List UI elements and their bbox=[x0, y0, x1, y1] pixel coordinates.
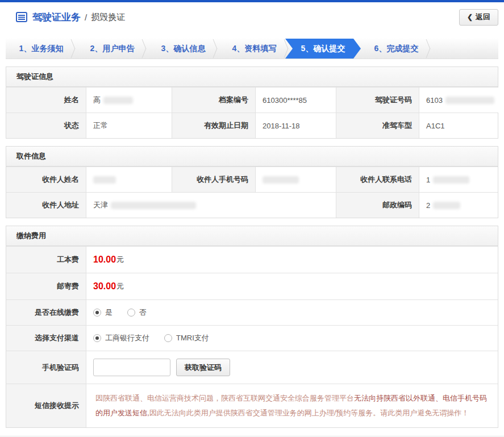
step-bar-filler bbox=[432, 39, 498, 59]
sms-code-input[interactable] bbox=[93, 359, 170, 376]
radio-icon bbox=[93, 309, 101, 317]
status-value: 正常 bbox=[86, 113, 172, 138]
online-pay-options: 是 否 bbox=[86, 300, 498, 325]
radio-label: TMRI支付 bbox=[176, 333, 209, 343]
step-4-fill-data: 4、资料填写 bbox=[219, 39, 290, 59]
page-title: 驾驶证业务 bbox=[32, 11, 81, 24]
recipient-address-value: 天津 bbox=[86, 193, 336, 218]
pickup-info-panel: 取件信息 收件人姓名 收件人手机号码 收件人联系电话 1 收件人地址 天津 邮政… bbox=[6, 146, 498, 218]
table-row: 收件人姓名 收件人手机号码 收件人联系电话 1 bbox=[6, 167, 498, 192]
license-no-value: 6103 bbox=[419, 88, 501, 113]
redacted-text bbox=[93, 176, 116, 184]
table-row: 手机验证码 获取验证码 bbox=[6, 351, 498, 384]
table-row: 姓名 高 档案编号 610300****85 驾驶证号码 6103 bbox=[6, 87, 498, 113]
radio-channel-tmri[interactable]: TMRI支付 bbox=[164, 333, 209, 343]
mail-fee-value: 30.00 元 bbox=[86, 273, 498, 299]
license-no-label: 驾驶证号码 bbox=[336, 88, 419, 113]
radio-label: 是 bbox=[105, 307, 113, 318]
chevron-left-icon: ❮ bbox=[467, 13, 473, 21]
radio-label: 工商银行支付 bbox=[105, 333, 149, 343]
pay-channel-label: 选择支付渠道 bbox=[6, 326, 86, 351]
recipient-phone-value: 1 bbox=[419, 167, 498, 192]
step-5-confirm-submit: 5、确认提交 bbox=[285, 39, 361, 59]
vehicle-type-value: A1C1 bbox=[419, 113, 498, 138]
table-row: 是否在线缴费 是 否 bbox=[6, 299, 498, 325]
status-label: 状态 bbox=[6, 113, 86, 138]
recipient-phone-label: 收件人联系电话 bbox=[336, 167, 419, 192]
radio-icon bbox=[127, 309, 135, 317]
valid-until-label: 有效期止日期 bbox=[172, 113, 255, 138]
list-icon bbox=[16, 11, 27, 23]
back-button-label: 返回 bbox=[476, 12, 490, 22]
table-row: 邮寄费 30.00 元 bbox=[6, 273, 498, 299]
table-row: 选择支付渠道 工商银行支付 TMRI支付 bbox=[6, 325, 498, 351]
table-row: 工本费 10.00 元 bbox=[6, 246, 498, 273]
get-sms-code-button[interactable]: 获取验证码 bbox=[176, 359, 230, 376]
redacted-text bbox=[433, 176, 469, 184]
recipient-address-label: 收件人地址 bbox=[6, 193, 86, 218]
online-pay-label: 是否在线缴费 bbox=[6, 300, 86, 325]
vehicle-type-label: 准驾车型 bbox=[336, 113, 419, 138]
mail-fee-amount: 30.00 bbox=[93, 281, 116, 292]
pickup-info-title: 取件信息 bbox=[6, 147, 498, 167]
payment-panel: 缴纳费用 工本费 10.00 元 邮寄费 30.00 元 是否在线缴费 是 否 … bbox=[6, 226, 498, 428]
file-no-value: 610300****85 bbox=[255, 88, 336, 113]
radio-online-pay-no[interactable]: 否 bbox=[127, 307, 147, 318]
name-label: 姓名 bbox=[6, 88, 86, 113]
license-info-title: 驾驶证信息 bbox=[6, 67, 498, 87]
radio-icon bbox=[93, 334, 101, 342]
fee-unit: 元 bbox=[116, 281, 124, 292]
sms-note-text: 因陕西省联通、电信运营商技术问题，陕西省互联网交通安全综合服务管理平台无法向持陕… bbox=[86, 384, 498, 427]
table-row: 收件人地址 天津 邮政编码 2 bbox=[6, 192, 498, 218]
recipient-mobile-label: 收件人手机号码 bbox=[172, 167, 255, 192]
cost-fee-value: 10.00 元 bbox=[86, 247, 498, 273]
radio-channel-icbc[interactable]: 工商银行支付 bbox=[93, 333, 149, 343]
redacted-text bbox=[111, 202, 196, 209]
payment-title: 缴纳费用 bbox=[6, 226, 498, 246]
redacted-text bbox=[445, 97, 494, 104]
pay-channel-options: 工商银行支付 TMRI支付 bbox=[86, 326, 498, 351]
cost-fee-label: 工本费 bbox=[6, 247, 86, 273]
back-button[interactable]: ❮ 返回 bbox=[459, 9, 498, 26]
fee-unit: 元 bbox=[116, 255, 124, 265]
name-value: 高 bbox=[86, 88, 172, 113]
redacted-text bbox=[103, 97, 133, 104]
redacted-text bbox=[433, 202, 460, 209]
breadcrumb-current: 损毁换证 bbox=[91, 12, 125, 23]
breadcrumb-separator: / bbox=[85, 13, 87, 22]
postal-code-value: 2 bbox=[419, 193, 498, 218]
table-row: 状态 正常 有效期止日期 2018-11-18 准驾车型 A1C1 bbox=[6, 113, 498, 138]
license-info-panel: 驾驶证信息 姓名 高 档案编号 610300****85 驾驶证号码 6103 … bbox=[6, 66, 498, 139]
step-6-complete: 6、完成提交 bbox=[361, 39, 432, 59]
step-3-confirm-info: 3、确认信息 bbox=[148, 39, 219, 59]
mail-fee-label: 邮寄费 bbox=[6, 273, 86, 299]
file-no-label: 档案编号 bbox=[172, 88, 255, 113]
recipient-name-label: 收件人姓名 bbox=[6, 167, 86, 192]
radio-label: 否 bbox=[139, 307, 147, 318]
step-wizard: 1、业务须知 2、用户申告 3、确认信息 4、资料填写 5、确认提交 6、完成提… bbox=[6, 39, 498, 59]
radio-icon bbox=[164, 334, 172, 342]
recipient-mobile-value bbox=[255, 167, 336, 192]
table-row: 短信接收提示 因陕西省联通、电信运营商技术问题，陕西省互联网交通安全综合服务管理… bbox=[6, 384, 498, 427]
cost-fee-amount: 10.00 bbox=[93, 255, 116, 265]
step-2-declaration: 2、用户申告 bbox=[77, 39, 148, 59]
sms-note-label: 短信接收提示 bbox=[6, 384, 86, 427]
postal-code-label: 邮政编码 bbox=[336, 193, 419, 218]
sms-code-label: 手机验证码 bbox=[6, 351, 86, 384]
recipient-name-value bbox=[86, 167, 172, 192]
valid-until-value: 2018-11-18 bbox=[255, 113, 336, 138]
sms-note-part1: 因陕西省联通、电信运营商技术问题，陕西省互联网交通安全综合服务管理平台 bbox=[95, 394, 354, 402]
sms-code-cell: 获取验证码 bbox=[86, 351, 498, 384]
radio-online-pay-yes[interactable]: 是 bbox=[93, 307, 113, 318]
step-1-notice: 1、业务须知 bbox=[6, 39, 77, 59]
page-header: 驾驶证业务 / 损毁换证 ❮ 返回 bbox=[0, 2, 504, 32]
redacted-text bbox=[263, 176, 299, 184]
sms-note-part3: 因此无法向此类用户提供陕西省交通管理业务的网上办理/预约等服务。请此类用户避免无… bbox=[149, 409, 469, 417]
